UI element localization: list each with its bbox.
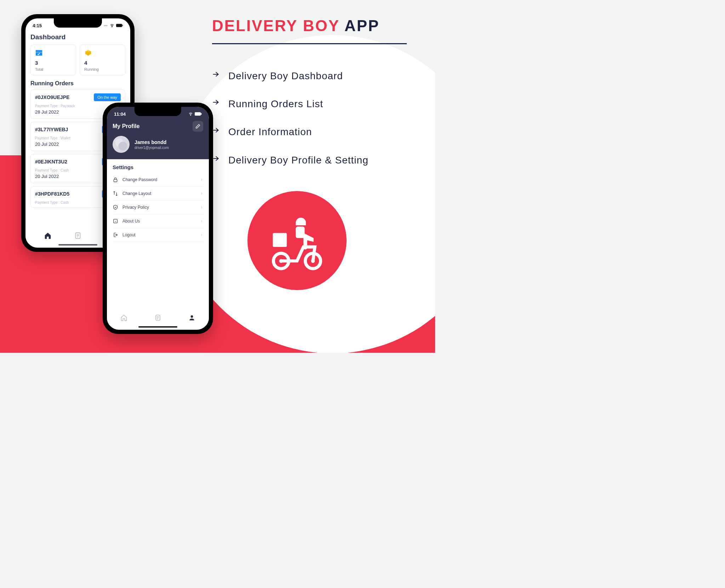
box-yellow-icon <box>84 48 92 56</box>
phone-notch <box>54 18 102 28</box>
status-time: 4:15 <box>33 23 42 28</box>
order-date: 28 Jul 2022 <box>35 109 59 116</box>
wifi-icon <box>109 24 115 28</box>
arrow-right-icon <box>212 155 220 162</box>
order-date: 20 Jul 2022 <box>35 142 59 148</box>
svg-rect-17 <box>114 179 117 182</box>
settings-row-change-layout[interactable]: Change Layout <box>113 187 203 201</box>
feature-text: Delivery Boy Dashboard <box>228 69 343 83</box>
orders-icon[interactable] <box>74 232 82 240</box>
edit-icon <box>195 123 201 129</box>
arrow-right-icon <box>212 70 220 78</box>
row-label: About Us <box>122 219 195 224</box>
scooter-icon <box>265 209 329 272</box>
headline-divider <box>212 43 407 44</box>
svg-point-14 <box>190 115 191 115</box>
headline: DELIVERY BOY APP <box>212 17 407 35</box>
feature-item: Delivery Boy Profile & Setting <box>212 153 407 167</box>
chevron-right-icon <box>200 178 203 181</box>
stat-label: Total <box>35 67 72 71</box>
status-time: 11:04 <box>114 111 126 117</box>
edit-profile-button[interactable] <box>193 121 203 132</box>
payment-type: Payment Type : Cash <box>35 168 69 172</box>
order-id: #3HPDF81KD5 <box>35 191 69 197</box>
avatar <box>113 136 130 153</box>
svg-rect-9 <box>122 25 123 27</box>
payment-type: Payment Type : Cash <box>35 201 69 204</box>
bottom-tab-bar <box>107 310 209 325</box>
payment-type: Payment Type : Wallet <box>35 136 70 140</box>
feature-text: Delivery Boy Profile & Setting <box>228 153 369 167</box>
headline-rest: APP <box>344 17 379 34</box>
svg-rect-4 <box>273 233 287 247</box>
svg-rect-15 <box>195 112 201 115</box>
feature-text: Order Information <box>228 125 312 139</box>
stats-row: 3 Total 4 Running <box>30 45 125 75</box>
status-right-icons <box>188 112 202 116</box>
chevron-right-icon <box>200 192 203 195</box>
phone-notch <box>135 107 181 116</box>
delivery-scooter-illustration <box>247 191 347 290</box>
settings-row-about-us[interactable]: About Us <box>113 214 203 228</box>
chevron-right-icon <box>200 233 203 237</box>
order-date: 20 Jul 2022 <box>35 174 59 180</box>
stat-card-running[interactable]: 4 Running <box>80 45 125 75</box>
user-email: driver1@yopmail.com <box>135 146 169 150</box>
row-label: Logout <box>122 232 195 237</box>
chevron-right-icon <box>200 206 203 209</box>
status-right-icons: •••• <box>104 24 123 28</box>
settings-row-privacy-policy[interactable]: Privacy Policy <box>113 201 203 214</box>
settings-heading: Settings <box>113 164 203 170</box>
stat-card-total[interactable]: 3 Total <box>30 45 76 75</box>
stat-value: 3 <box>35 60 72 66</box>
row-label: Change Password <box>122 177 195 182</box>
svg-point-7 <box>112 27 112 27</box>
orders-icon[interactable] <box>154 314 161 321</box>
cellular-dots-icon: •••• <box>104 24 107 28</box>
feature-text: Running Orders List <box>228 97 323 111</box>
shield-icon <box>113 204 118 210</box>
profile-icon[interactable] <box>188 314 195 321</box>
row-label: Change Layout <box>122 191 195 196</box>
order-id: #0JXO9UEJPE <box>35 94 69 100</box>
feature-item: Order Information <box>212 125 407 139</box>
stat-value: 4 <box>84 60 121 66</box>
svg-rect-5 <box>296 226 304 238</box>
svg-rect-8 <box>116 24 122 27</box>
order-id: #3L77IYWEBJ <box>35 127 68 132</box>
page-title: My Profile <box>113 123 139 129</box>
lock-icon <box>113 177 118 183</box>
battery-icon <box>116 24 123 27</box>
settings-row-logout[interactable]: Logout <box>113 228 203 242</box>
row-label: Privacy Policy <box>122 205 195 210</box>
wifi-icon <box>188 112 193 116</box>
swap-icon <box>113 191 118 196</box>
settings-row-change-password[interactable]: Change Password <box>113 173 203 187</box>
svg-point-20 <box>191 315 193 318</box>
home-indicator <box>138 326 177 328</box>
marketing-right-column: DELIVERY BOY APP Delivery Boy Dashboard … <box>212 17 407 167</box>
user-name: James bondd <box>135 139 169 145</box>
feature-list: Delivery Boy Dashboard Running Orders Li… <box>212 69 407 167</box>
svg-rect-6 <box>303 236 307 250</box>
page-title: Dashboard <box>30 33 125 41</box>
chevron-right-icon <box>200 219 203 223</box>
home-icon[interactable] <box>44 232 52 240</box>
feature-item: Delivery Boy Dashboard <box>212 69 407 83</box>
home-icon[interactable] <box>120 314 127 321</box>
payment-type: Payment Type : Paystack <box>35 104 75 108</box>
headline-accent: DELIVERY BOY <box>212 17 339 34</box>
svg-rect-10 <box>36 50 42 52</box>
phone-mockup-profile: 11:04 My Profile James bondd <box>103 103 213 334</box>
battery-icon <box>195 112 202 116</box>
arrow-right-icon <box>212 98 220 106</box>
order-id: #0EJIKNT3U2 <box>35 159 67 165</box>
info-icon <box>113 218 118 224</box>
feature-item: Running Orders List <box>212 97 407 111</box>
section-heading: Running Orders <box>30 80 125 87</box>
home-indicator <box>58 244 97 246</box>
svg-rect-16 <box>201 113 202 115</box>
arrow-right-icon <box>212 126 220 134</box>
box-blue-icon <box>35 48 43 56</box>
stat-label: Running <box>84 67 121 71</box>
